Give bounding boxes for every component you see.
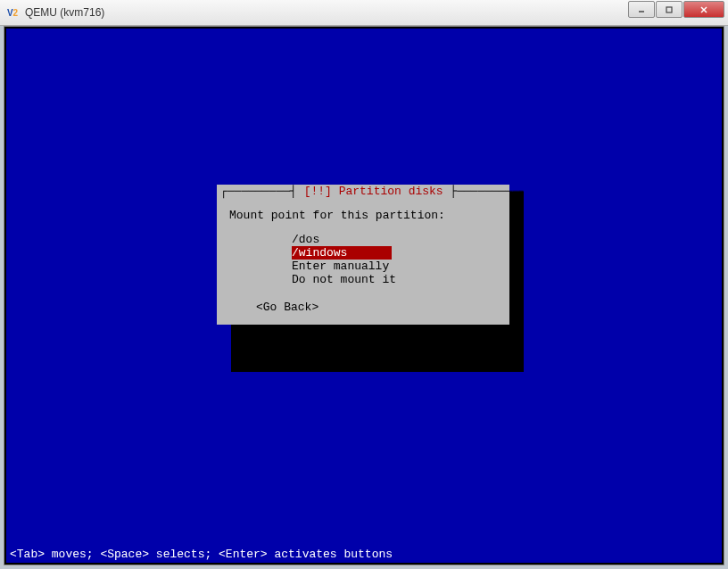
window-title: QEMU (kvm716) [25,6,104,19]
minimize-icon [637,5,646,14]
dialog-title-row: ┌─────────┤ [!!] Partition disks ├──────… [217,185,509,198]
window-controls [627,1,724,18]
dialog-prompt: Mount point for this partition: [229,209,497,222]
option-do-not-mount[interactable]: Do not mount it [292,273,396,286]
window-client-area: ┌─────────┤ [!!] Partition disks ├──────… [4,26,724,565]
svg-rect-1 [666,7,672,12]
maximize-icon [665,5,674,14]
option-list: /dos /windows Enter manually Do not moun… [292,233,497,286]
option-dos[interactable]: /dos [292,233,319,246]
go-back-button[interactable]: <Go Back> [256,301,497,314]
dialog-title: [!!] Partition disks [304,185,443,198]
app-icon: V2 [5,5,20,20]
maximize-button[interactable] [656,1,682,18]
option-enter-manually[interactable]: Enter manually [292,260,389,273]
minimize-button[interactable] [628,1,655,18]
status-bar: <Tab> moves; <Space> selects; <Enter> ac… [10,548,393,561]
option-windows[interactable]: /windows [292,246,392,260]
close-icon [699,5,708,14]
partition-dialog: ┌─────────┤ [!!] Partition disks ├──────… [217,185,509,325]
window-titlebar: V2 QEMU (kvm716) [0,0,728,26]
terminal-screen: ┌─────────┤ [!!] Partition disks ├──────… [6,29,722,563]
close-button[interactable] [683,1,724,18]
